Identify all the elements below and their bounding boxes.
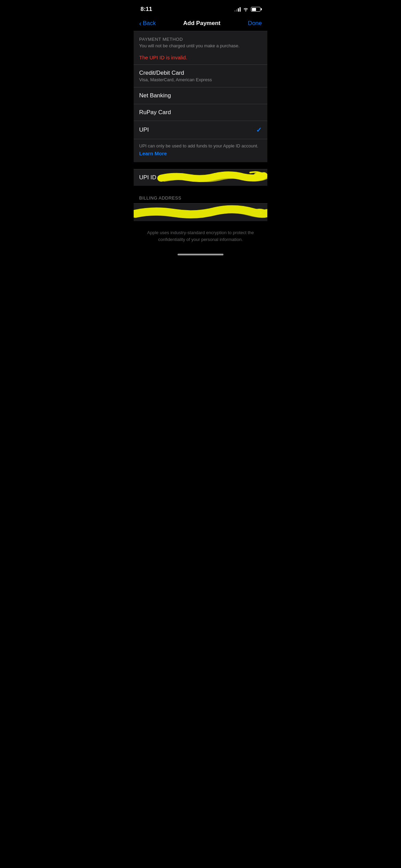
battery-icon	[251, 7, 260, 12]
back-button[interactable]: ‹ Back	[139, 20, 156, 27]
option-title: Net Banking	[139, 92, 262, 99]
upi-id-label: UPI ID	[139, 174, 167, 181]
billing-address-field[interactable]: ›	[134, 203, 267, 221]
option-title: UPI	[139, 126, 256, 133]
payment-options-list: Credit/Debit Card Visa, MasterCard, Amer…	[134, 64, 267, 139]
status-icons	[234, 7, 260, 12]
option-title: RuPay Card	[139, 109, 262, 116]
done-button[interactable]: Done	[248, 20, 262, 27]
upi-id-field[interactable]: UPI ID	[134, 169, 267, 186]
billing-address-value	[139, 209, 141, 215]
billing-address-section: BILLING ADDRESS ›	[134, 193, 267, 221]
learn-more-link[interactable]: Learn More	[139, 150, 167, 156]
option-subtitle: Visa, MasterCard, American Express	[139, 77, 262, 82]
page-title: Add Payment	[183, 20, 221, 27]
footer-text: Apple uses industry-standard encryption …	[134, 221, 267, 251]
rupay-card-option[interactable]: RuPay Card	[134, 104, 267, 121]
option-title: Credit/Debit Card	[139, 70, 262, 76]
billing-scribble	[134, 204, 267, 221]
status-time: 8:11	[141, 6, 152, 13]
section-title: PAYMENT METHOD	[139, 37, 262, 42]
net-banking-option[interactable]: Net Banking	[134, 87, 267, 104]
chevron-right-icon: ›	[260, 209, 262, 216]
home-indicator	[134, 251, 267, 262]
status-bar: 8:11	[134, 0, 267, 17]
upi-info-section: UPI can only be used to add funds to you…	[134, 139, 267, 162]
error-message: The UPI ID is invalid.	[134, 51, 267, 64]
payment-method-section: PAYMENT METHOD You will not be charged u…	[134, 31, 267, 51]
navigation-bar: ‹ Back Add Payment Done	[134, 17, 267, 31]
upi-id-section: UPI ID	[134, 169, 267, 186]
section-subtitle: You will not be charged until you make a…	[139, 43, 262, 48]
back-chevron-icon: ‹	[139, 20, 142, 27]
credit-debit-card-option[interactable]: Credit/Debit Card Visa, MasterCard, Amer…	[134, 64, 267, 87]
selected-checkmark-icon: ✓	[256, 126, 262, 134]
signal-icon	[234, 7, 241, 12]
billing-address-header: BILLING ADDRESS	[134, 193, 267, 203]
wifi-icon	[243, 7, 249, 12]
home-bar	[178, 254, 223, 255]
upi-option[interactable]: UPI ✓	[134, 121, 267, 139]
upi-info-text: UPI can only be used to add funds to you…	[139, 143, 262, 148]
back-label: Back	[143, 20, 156, 27]
